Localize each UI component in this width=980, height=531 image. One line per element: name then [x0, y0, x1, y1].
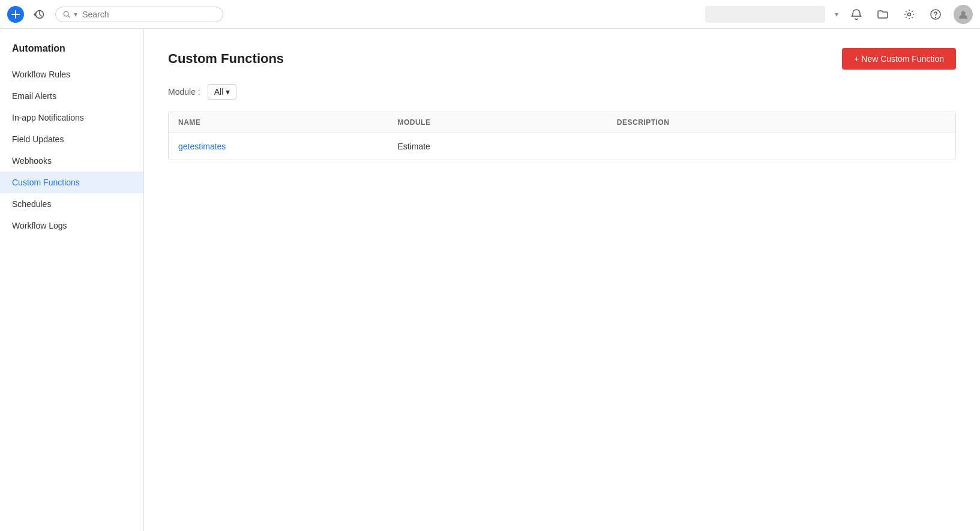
module-select[interactable]: All ▾ [208, 84, 237, 100]
sidebar-item-custom-functions[interactable]: Custom Functions [0, 172, 143, 193]
sidebar-nav: Workflow RulesEmail AlertsIn-app Notific… [0, 64, 143, 236]
custom-functions-table: NAME MODULE DESCRIPTION getestimatesEsti… [168, 112, 956, 160]
page-header: Custom Functions + New Custom Function [168, 48, 956, 70]
sidebar-item-inapp-notifications[interactable]: In-app Notifications [0, 107, 143, 128]
add-button[interactable] [7, 6, 24, 23]
new-custom-function-button[interactable]: + New Custom Function [842, 48, 956, 70]
topbar-right: ▾ [705, 5, 973, 24]
module-filter: Module : All ▾ [168, 84, 956, 100]
search-icon [63, 10, 70, 19]
svg-point-1 [908, 13, 911, 16]
col-header-module: MODULE [397, 118, 616, 127]
function-name-link[interactable]: getestimates [178, 142, 397, 151]
table-body: getestimatesEstimate [169, 133, 955, 160]
avatar[interactable] [954, 5, 973, 24]
layout: Automation Workflow RulesEmail AlertsIn-… [0, 29, 980, 531]
topbar-left: ▾ [7, 6, 698, 23]
table-row: getestimatesEstimate [169, 133, 955, 160]
search-dropdown-arrow[interactable]: ▾ [74, 10, 77, 19]
sidebar-item-workflow-rules[interactable]: Workflow Rules [0, 64, 143, 85]
sidebar: Automation Workflow RulesEmail AlertsIn-… [0, 29, 144, 531]
search-input[interactable] [82, 10, 215, 19]
sidebar-title: Automation [0, 43, 143, 64]
help-icon[interactable] [927, 6, 944, 23]
module-label: Module : [168, 87, 200, 97]
col-header-description: DESCRIPTION [617, 118, 946, 127]
user-info-blurred [705, 6, 825, 23]
module-selected-value: All [214, 87, 224, 97]
settings-icon[interactable] [901, 6, 918, 23]
function-module: Estimate [397, 142, 616, 151]
search-bar[interactable]: ▾ [55, 7, 223, 22]
page-title: Custom Functions [168, 51, 284, 67]
sidebar-item-email-alerts[interactable]: Email Alerts [0, 85, 143, 107]
folder-icon[interactable] [874, 6, 891, 23]
notifications-icon[interactable] [848, 6, 865, 23]
table-header: NAME MODULE DESCRIPTION [169, 112, 955, 133]
col-header-name: NAME [178, 118, 397, 127]
sidebar-item-field-updates[interactable]: Field Updates [0, 128, 143, 150]
dropdown-arrow-icon[interactable]: ▾ [835, 10, 838, 19]
sidebar-item-schedules[interactable]: Schedules [0, 193, 143, 215]
topbar: ▾ ▾ [0, 0, 980, 29]
sidebar-item-webhooks[interactable]: Webhooks [0, 150, 143, 172]
sidebar-item-workflow-logs[interactable]: Workflow Logs [0, 215, 143, 236]
history-button[interactable] [31, 6, 48, 23]
main-content: Custom Functions + New Custom Function M… [144, 29, 980, 531]
svg-point-3 [936, 17, 936, 17]
module-dropdown-icon: ▾ [226, 87, 230, 97]
